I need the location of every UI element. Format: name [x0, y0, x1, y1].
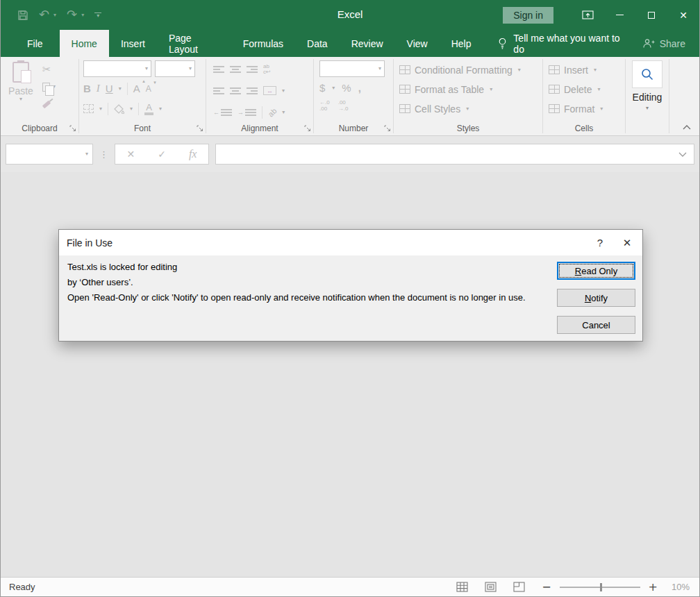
accounting-format-button[interactable]: $ — [319, 82, 325, 94]
underline-caret-icon[interactable]: ▾ — [119, 86, 122, 92]
editing-caret-icon[interactable]: ▾ — [646, 106, 649, 111]
tab-view[interactable]: View — [395, 30, 440, 57]
align-bottom-icon[interactable] — [247, 66, 258, 73]
increase-decimal-icon[interactable]: ←.0 .00 — [319, 100, 330, 112]
align-left-icon[interactable] — [213, 87, 224, 94]
notify-button[interactable]: Notify — [557, 289, 635, 307]
page-break-preview-icon[interactable] — [513, 582, 525, 592]
formula-input[interactable] — [215, 144, 694, 165]
editing-button[interactable] — [632, 60, 662, 88]
clipboard-dialog-launcher-icon[interactable] — [69, 125, 76, 132]
group-cells: Insert ▾ Delete ▾ Format ▾ Cells — [543, 57, 625, 135]
font-dialog-launcher-icon[interactable] — [197, 125, 203, 132]
paste-button[interactable]: Paste ▾ — [5, 60, 37, 121]
enter-entry-icon[interactable]: ✓ — [158, 149, 166, 160]
increase-indent-icon[interactable]: → — [238, 109, 256, 116]
cut-button[interactable]: ✂ — [42, 63, 56, 76]
redo-dropdown-caret-icon[interactable]: ▾ — [81, 12, 84, 18]
borders-icon[interactable] — [83, 104, 94, 113]
search-icon — [640, 67, 654, 81]
bold-button[interactable]: B — [83, 83, 91, 94]
tab-file[interactable]: File — [10, 30, 60, 57]
insert-function-icon[interactable]: fx — [189, 148, 197, 160]
cell-styles-button[interactable]: Cell Styles ▾ — [399, 101, 537, 117]
font-name-combobox[interactable]: ▾ — [83, 60, 151, 77]
redo-button[interactable]: ↷ — [67, 8, 77, 22]
tab-home[interactable]: Home — [60, 30, 109, 57]
expand-formula-bar-icon[interactable] — [678, 152, 687, 157]
close-button[interactable]: ✕ — [667, 0, 699, 30]
delete-cells-button[interactable]: Delete ▾ — [549, 81, 619, 97]
decrease-decimal-icon[interactable]: .00 →.0 — [338, 100, 349, 112]
ribbon-display-options-button[interactable] — [572, 0, 603, 30]
tab-data[interactable]: Data — [295, 30, 340, 57]
zoom-in-button[interactable]: + — [649, 582, 658, 593]
wrap-text-icon[interactable]: ab c↩ — [263, 64, 271, 75]
tab-review[interactable]: Review — [340, 30, 395, 57]
read-only-button[interactable]: Read Only — [557, 262, 635, 280]
decrease-indent-icon[interactable]: ← — [213, 109, 232, 116]
zoom-slider[interactable] — [560, 587, 640, 588]
grow-font-button[interactable]: A▴ — [133, 83, 140, 94]
cut-icon: ✂ — [42, 63, 51, 76]
shrink-font-button[interactable]: A▾ — [146, 84, 151, 94]
page-layout-view-icon[interactable] — [485, 582, 497, 592]
tell-me-box[interactable]: Tell me what you want to do — [494, 30, 628, 57]
align-top-icon[interactable] — [213, 66, 224, 73]
tab-insert[interactable]: Insert — [109, 30, 157, 57]
conditional-formatting-button[interactable]: Conditional Formatting ▾ — [399, 62, 537, 78]
name-box[interactable]: ▾ — [6, 144, 93, 165]
cells-group-label: Cells — [543, 121, 625, 135]
align-middle-icon[interactable] — [230, 66, 241, 73]
tab-page-layout[interactable]: Page Layout — [157, 30, 231, 57]
number-format-combobox[interactable]: ▾ — [319, 60, 385, 77]
align-right-icon[interactable] — [247, 87, 258, 94]
font-size-combobox[interactable]: ▾ — [155, 60, 195, 77]
sign-in-button[interactable]: Sign in — [503, 7, 553, 24]
font-color-swatch — [144, 112, 153, 115]
normal-view-icon[interactable] — [456, 582, 468, 592]
cancel-entry-icon[interactable]: ✕ — [126, 149, 135, 160]
insert-cells-button[interactable]: Insert ▾ — [549, 62, 619, 78]
undo-button[interactable]: ↶ — [39, 8, 49, 22]
share-label: Share — [660, 38, 685, 49]
maximize-button[interactable] — [635, 0, 667, 30]
cancel-button[interactable]: Cancel — [557, 316, 635, 334]
alignment-dialog-launcher-icon[interactable] — [304, 125, 311, 132]
minimize-button[interactable] — [603, 0, 635, 30]
underline-button[interactable]: U — [106, 83, 113, 94]
status-bar: Ready − + — [1, 577, 699, 596]
merge-and-center-icon[interactable]: ↔ — [263, 86, 276, 95]
zoom-level[interactable]: 10% — [666, 582, 690, 592]
copy-button[interactable]: ▾ — [42, 81, 56, 93]
format-painter-button[interactable] — [42, 98, 56, 110]
italic-button[interactable]: I — [97, 83, 100, 94]
alignment-group-label: Alignment — [206, 121, 313, 135]
formula-bar-handle-icon[interactable]: ⋮ — [99, 149, 108, 160]
ribbon: Paste ▾ ✂ ▾ Clipboard ▾ — [1, 57, 699, 136]
tab-formulas[interactable]: Formulas — [231, 30, 295, 57]
format-cells-button[interactable]: Format ▾ — [549, 101, 619, 117]
collapse-ribbon-icon[interactable] — [683, 125, 691, 130]
number-dialog-launcher-icon[interactable] — [384, 125, 391, 132]
align-center-icon[interactable] — [230, 87, 241, 94]
zoom-slider-thumb[interactable] — [600, 583, 602, 591]
font-color-button[interactable]: A — [144, 103, 153, 115]
cell-styles-icon — [399, 104, 410, 113]
dialog-help-button[interactable]: ? — [588, 237, 612, 249]
fill-color-icon[interactable] — [114, 104, 124, 114]
share-button[interactable]: Share — [628, 30, 699, 57]
comma-style-button[interactable]: , — [358, 82, 361, 94]
clipboard-group-label: Clipboard — [1, 121, 78, 135]
undo-icon: ↶ — [39, 7, 49, 22]
zoom-out-button[interactable]: − — [542, 582, 551, 593]
format-painter-icon — [42, 100, 51, 108]
undo-dropdown-caret-icon[interactable]: ▾ — [53, 12, 56, 18]
percent-style-button[interactable]: % — [342, 82, 351, 94]
format-as-table-button[interactable]: Format as Table ▾ — [399, 81, 537, 97]
dialog-close-button[interactable]: ✕ — [612, 237, 642, 249]
customize-qat-icon[interactable]: ▾ — [94, 12, 101, 18]
save-icon[interactable] — [17, 10, 28, 21]
tab-help[interactable]: Help — [440, 30, 483, 57]
orientation-icon[interactable]: ab — [267, 106, 278, 118]
